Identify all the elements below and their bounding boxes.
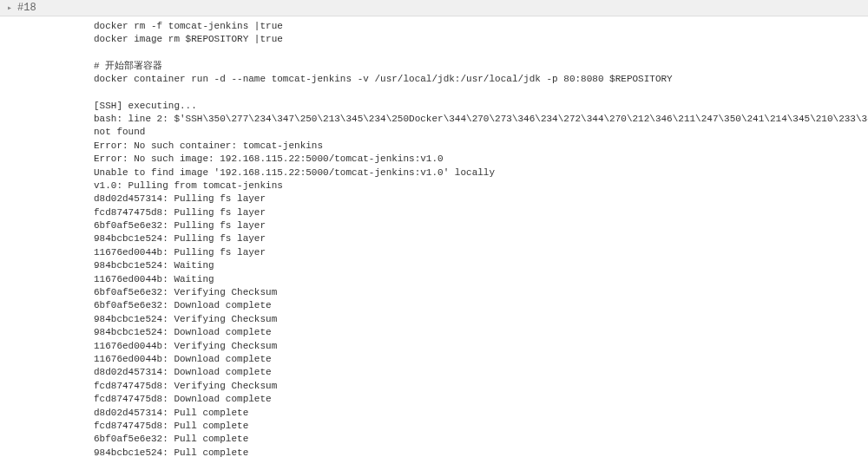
console-line: docker rm -f tomcat-jenkins |true [94, 20, 861, 33]
blank-line [94, 47, 861, 60]
console-line: 11676ed0044b: Waiting [94, 273, 861, 286]
console-line: fcd8747475d8: Verifying Checksum [94, 380, 861, 393]
expand-icon[interactable]: ▸ [7, 3, 12, 13]
console-line: fcd8747475d8: Pull complete [94, 420, 861, 433]
console-line: docker container run -d --name tomcat-je… [94, 73, 861, 86]
console-line: 984bcbc1e524: Waiting [94, 259, 861, 272]
console-line: 984bcbc1e524: Verifying Checksum [94, 313, 861, 326]
console-line: 984bcbc1e524: Pull complete [94, 447, 861, 457]
console-line: d8d02d457314: Download complete [94, 366, 861, 379]
console-line: 984bcbc1e524: Pulling fs layer [94, 232, 861, 245]
console-line: fcd8747475d8: Download complete [94, 393, 861, 406]
header-bar: ▸ #18 [0, 0, 868, 16]
console-line: v1.0: Pulling from tomcat-jenkins [94, 180, 861, 193]
console-line: # 开始部署容器 [94, 60, 861, 73]
console-line: Error: No such container: tomcat-jenkins [94, 140, 861, 153]
console-output: docker rm -f tomcat-jenkins |truedocker … [0, 16, 868, 457]
console-line: 6bf0af5e6e32: Pull complete [94, 433, 861, 446]
console-line: d8d02d457314: Pull complete [94, 407, 861, 420]
console-line: 11676ed0044b: Pulling fs layer [94, 246, 861, 259]
console-line: fcd8747475d8: Pulling fs layer [94, 206, 861, 219]
console-line: [SSH] executing... [94, 100, 861, 113]
console-line: bash: line 2: $'SSH\350\277\234\347\250\… [94, 113, 861, 126]
build-number[interactable]: #18 [17, 2, 36, 14]
console-line: Unable to find image '192.168.115.22:500… [94, 166, 861, 180]
console-line: Error: No such image: 192.168.115.22:500… [94, 153, 861, 166]
console-line: 6bf0af5e6e32: Pulling fs layer [94, 219, 861, 232]
console-line: 11676ed0044b: Verifying Checksum [94, 340, 861, 353]
console-line: 6bf0af5e6e32: Download complete [94, 299, 861, 312]
console-line: not found [94, 126, 861, 139]
console-line: d8d02d457314: Pulling fs layer [94, 193, 861, 206]
console-line: docker image rm $REPOSITORY |true [94, 33, 861, 46]
console-line: 984bcbc1e524: Download complete [94, 326, 861, 339]
console-line: 11676ed0044b: Download complete [94, 353, 861, 366]
blank-line [94, 87, 861, 100]
console-line: 6bf0af5e6e32: Verifying Checksum [94, 286, 861, 299]
